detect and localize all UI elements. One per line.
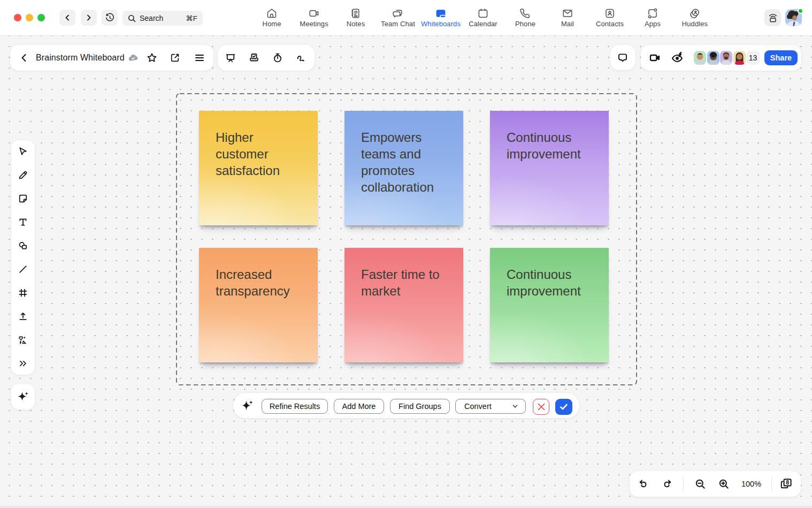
svg-text:8: 8	[786, 479, 789, 486]
